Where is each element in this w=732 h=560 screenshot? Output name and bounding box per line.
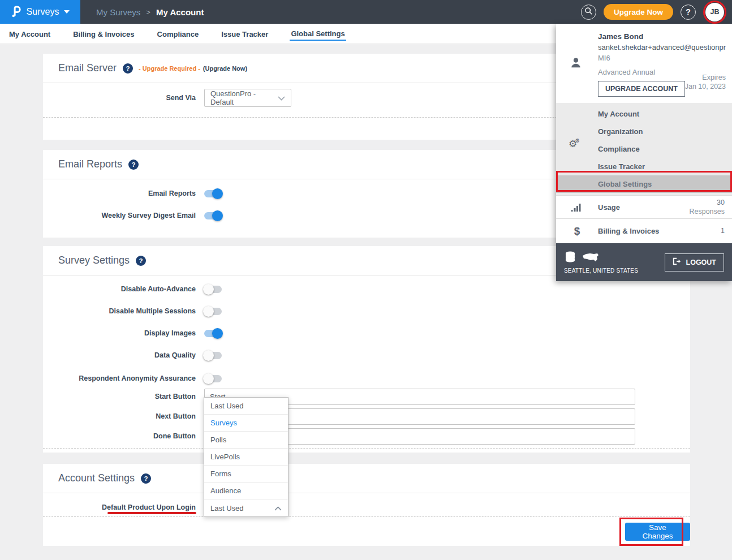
expires-label: Expires xyxy=(685,74,726,83)
account-settings-header: Account Settings ? xyxy=(43,464,690,493)
search-button[interactable] xyxy=(581,5,596,20)
toggle-knob xyxy=(212,328,223,339)
dropdown-option-last-used[interactable]: Last Used xyxy=(204,398,288,415)
toggle-label: Display Images xyxy=(43,329,196,337)
toggle-row-email-reports: Email Reports xyxy=(43,186,222,201)
profile-email: sanket.shekdar+advanced@questionpr... xyxy=(598,43,726,51)
datacenter-location: SEATTLE, UNITED STATES xyxy=(564,251,638,274)
plan-expiry: Expires Jan 10, 2023 xyxy=(685,74,726,91)
dropdown-option-forms[interactable]: Forms xyxy=(204,466,288,483)
dropdown-option-surveys[interactable]: Surveys xyxy=(204,415,288,432)
dashed-divider xyxy=(43,516,690,517)
toggle-row-respondent-anonymity: Respondent Anonymity Assurance xyxy=(43,371,222,386)
save-changes-button[interactable]: Save Changes xyxy=(625,523,690,541)
help-button[interactable]: ? xyxy=(681,5,696,20)
menu-item-issue-tracker[interactable]: Issue Tracker xyxy=(556,158,732,175)
tab-issue-tracker[interactable]: Issue Tracker xyxy=(220,28,269,40)
tab-global-settings[interactable]: Global Settings xyxy=(290,27,346,41)
chevron-down-icon xyxy=(278,94,285,102)
upgrade-now-button[interactable]: Upgrade Now xyxy=(604,4,673,20)
dropdown-option-polls[interactable]: Polls xyxy=(204,432,288,449)
toggle-row-disable-multiple-sessions: Disable Multiple Sessions xyxy=(43,303,222,319)
bar-chart-icon xyxy=(556,203,598,212)
product-name: Surveys xyxy=(27,7,59,17)
usa-map-icon xyxy=(582,252,599,265)
toggle-label: Disable Multiple Sessions xyxy=(43,307,196,315)
toggle-knob xyxy=(203,350,214,361)
upgrade-account-button[interactable]: UPGRADE ACCOUNT xyxy=(598,81,685,97)
start-button-row: Start Button xyxy=(43,389,635,404)
toggle-row-data-quality: Data Quality xyxy=(43,347,222,363)
usage-label: Usage xyxy=(598,203,689,212)
account-settings-title: Account Settings xyxy=(58,472,135,484)
product-switcher[interactable]: Surveys xyxy=(0,0,80,24)
toggle-knob xyxy=(203,284,214,295)
toggle-label: Email Reports xyxy=(43,189,196,197)
done-button-row: Done Button xyxy=(43,428,635,444)
help-icon[interactable]: ? xyxy=(136,256,146,266)
send-via-value: QuestionPro - Default xyxy=(210,89,278,106)
breadcrumb-separator-icon: > xyxy=(146,8,150,16)
dashed-divider xyxy=(43,448,690,449)
upgrade-now-link[interactable]: (Upgrade Now) xyxy=(203,65,247,72)
email-reports-toggle[interactable] xyxy=(204,190,222,197)
logout-icon xyxy=(673,257,682,267)
disable-auto-advance-toggle[interactable] xyxy=(204,286,222,293)
toggle-knob xyxy=(203,373,214,384)
display-images-toggle[interactable] xyxy=(204,330,222,337)
help-icon[interactable]: ? xyxy=(128,160,139,170)
chevron-down-icon xyxy=(64,10,70,14)
menu-item-organization[interactable]: Organization xyxy=(556,123,732,140)
data-quality-toggle[interactable] xyxy=(204,352,222,359)
field-label: Done Button xyxy=(43,432,196,440)
toggle-label: Weekly Survey Digest Email xyxy=(43,212,196,219)
field-label: Next Button xyxy=(43,412,196,420)
toggle-row-display-images: Display Images xyxy=(43,325,222,341)
navbar-actions: Upgrade Now ? JB xyxy=(581,0,732,24)
default-product-dropdown: Last Used Surveys Polls LivePolls Forms … xyxy=(204,397,289,517)
upgrade-required-badge: - Upgrade Required - xyxy=(139,65,200,72)
menu-item-compliance[interactable]: Compliance xyxy=(556,140,732,158)
breadcrumb-parent[interactable]: My Surveys xyxy=(96,7,140,17)
menu-item-my-account[interactable]: My Account xyxy=(556,105,732,123)
toggle-row-disable-auto-advance: Disable Auto-Advance xyxy=(43,281,222,297)
avatar-annotation-ring: JB xyxy=(703,1,726,24)
annotation-red-underline xyxy=(107,512,196,514)
questionpro-logo-icon xyxy=(11,5,21,20)
next-button-row: Next Button xyxy=(43,408,635,424)
toggle-row-weekly-digest: Weekly Survey Digest Email xyxy=(43,208,222,223)
respondent-anonymity-toggle[interactable] xyxy=(204,375,222,382)
avatar[interactable]: JB xyxy=(705,3,724,21)
profile-panel: James Bond sanket.shekdar+advanced@quest… xyxy=(556,24,732,281)
dollar-icon: $ xyxy=(556,225,598,238)
tab-billing-invoices[interactable]: Billing & Invoices xyxy=(72,28,135,40)
tab-compliance[interactable]: Compliance xyxy=(156,28,200,40)
expires-date: Jan 10, 2023 xyxy=(685,83,726,92)
weekly-digest-toggle[interactable] xyxy=(204,212,222,219)
logout-button[interactable]: LOGOUT xyxy=(665,253,724,272)
selected-value: Last Used xyxy=(210,504,244,512)
dropdown-option-livepolls[interactable]: LivePolls xyxy=(204,449,288,466)
send-via-label: Send Via xyxy=(43,94,196,102)
usage-row[interactable]: Usage 30 Responses xyxy=(556,195,732,218)
help-icon[interactable]: ? xyxy=(141,473,151,484)
dropdown-option-audience[interactable]: Audience xyxy=(204,483,288,499)
send-via-select[interactable]: QuestionPro - Default xyxy=(204,89,291,107)
toggle-knob xyxy=(212,210,223,221)
top-navbar: Surveys My Surveys > My Account Upgrade … xyxy=(0,0,732,24)
default-product-label: Default Product Upon Login xyxy=(43,503,196,511)
default-product-select[interactable]: Last Used xyxy=(204,499,288,516)
person-icon xyxy=(570,57,582,71)
breadcrumb: My Surveys > My Account xyxy=(96,0,204,24)
logout-label: LOGOUT xyxy=(686,259,716,266)
tab-my-account[interactable]: My Account xyxy=(8,28,51,40)
search-icon xyxy=(584,7,593,17)
disable-multiple-sessions-toggle[interactable] xyxy=(204,308,222,315)
billing-value: 1 xyxy=(721,226,732,235)
toggle-knob xyxy=(212,188,223,199)
menu-item-global-settings[interactable]: Global Settings xyxy=(556,175,732,193)
help-icon[interactable]: ? xyxy=(123,63,133,74)
usage-unit: Responses xyxy=(689,207,725,216)
toggle-label: Disable Auto-Advance xyxy=(43,285,196,293)
billing-row[interactable]: $ Billing & Invoices 1 xyxy=(556,218,732,243)
